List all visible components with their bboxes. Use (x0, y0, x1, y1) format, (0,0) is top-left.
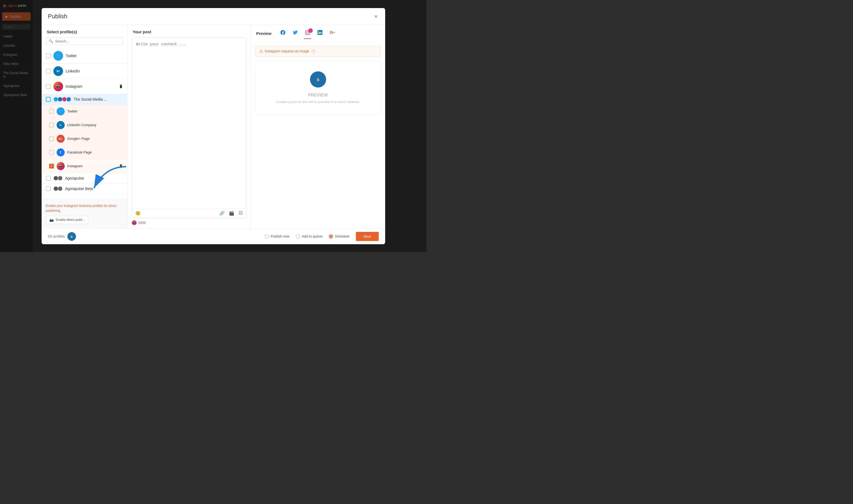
profiles-list: 🐦 Twitter in LinkedIn (42, 48, 127, 199)
profile-item-twitter-checkbox[interactable] (49, 109, 54, 114)
preview-network-tabs: 1 (279, 28, 336, 39)
image-icon[interactable]: 🖼 (239, 211, 243, 216)
preview-panel: Preview 1 (251, 25, 385, 228)
profile-group-twitter-avatar: 🐦 (53, 51, 63, 61)
svg-text:S: S (71, 235, 73, 238)
help-icon[interactable]: ? (311, 49, 316, 53)
profile-item-googleplus-checkbox[interactable] (49, 136, 54, 141)
on-profiles-label: On profiles (48, 234, 65, 238)
post-editor: 😊 🔗 🎬 🖼 (132, 37, 247, 218)
profile-group-twitter-name: Twitter (66, 54, 123, 58)
schedule-option[interactable]: Schedule (329, 234, 349, 238)
preview-header: Preview 1 (251, 25, 385, 41)
modal-body: Select profile(s) 🔍 🐦 Twitter (42, 25, 385, 228)
svg-text:S: S (317, 77, 319, 82)
profile-item-twitter-avatar: 🐦 (57, 107, 65, 115)
instagram-banner: Enable your Instagram business profiles … (42, 199, 127, 228)
profile-item-facebook-avatar: f (57, 148, 65, 157)
profile-item-linkedin-company-avatar: in (57, 121, 65, 129)
profile-group-agorapulse[interactable]: Agorapulse (42, 173, 127, 183)
profile-group-instagram-name: Instagram (66, 84, 116, 89)
profile-item-instagram-avatar: 📷 (57, 162, 65, 170)
modal-title: Publish (48, 13, 67, 20)
profile-group-linkedin-avatar: in (53, 66, 63, 76)
counter-value: 2000 (138, 221, 146, 224)
profile-item-facebook-checkbox[interactable] (49, 150, 54, 155)
preview-tab-linkedin[interactable] (316, 28, 323, 39)
profile-item-googleplus[interactable]: G+ Google+ Page (42, 132, 127, 146)
post-content-input[interactable] (132, 38, 246, 208)
profile-group-linkedin-checkbox[interactable] (46, 69, 51, 74)
video-icon[interactable]: 🎬 (229, 211, 234, 216)
footer-left: On profiles S (48, 232, 76, 241)
preview-placeholder-title: PREVIEW (308, 93, 328, 98)
next-button[interactable]: Next (356, 232, 379, 241)
profiles-search-box: 🔍 (46, 37, 123, 45)
post-panel: Your post 😊 🔗 🎬 🖼 📷 2000 (127, 25, 251, 228)
modal-close-button[interactable]: × (373, 12, 379, 21)
preview-card: S PREVIEW Create a post on the left to p… (255, 61, 381, 114)
warning-icon: ⚠ (259, 49, 263, 54)
profile-group-agorapulse-beta-checkbox[interactable] (46, 186, 51, 191)
profile-group-instagram-checkbox[interactable] (46, 84, 51, 89)
add-to-queue-radio[interactable] (296, 234, 300, 238)
post-heading: Your post (127, 25, 251, 37)
profile-group-social-media-avatars (53, 97, 71, 102)
instagram-icon-small: 📷 (49, 218, 54, 222)
publish-now-option[interactable]: Publish now (265, 234, 289, 238)
preview-tab-instagram[interactable]: 1 (304, 28, 311, 39)
publish-modal: Publish × Select profile(s) 🔍 (42, 8, 385, 244)
enable-direct-publish-button[interactable]: 📷 Enable direct publi... (46, 216, 89, 224)
modal-overlay: Publish × Select profile(s) 🔍 (0, 0, 426, 252)
profile-item-twitter[interactable]: 🐦 Twitter (42, 105, 127, 118)
profile-group-twitter-checkbox[interactable] (46, 53, 51, 58)
profile-group-instagram[interactable]: 📷 Instagram 📱 (42, 79, 127, 94)
profile-group-agorapulse-beta[interactable]: Agorapulse Beta (42, 183, 127, 194)
profile-group-instagram-avatar: 📷 (53, 82, 63, 91)
profile-group-twitter[interactable]: 🐦 Twitter (42, 48, 127, 64)
preview-heading: Preview (256, 31, 272, 36)
profiles-search-input[interactable] (55, 39, 120, 43)
profile-item-instagram-child-name: Instagram (67, 164, 116, 168)
instagram-mobile-badge: 📱 (119, 85, 123, 88)
profile-group-social-media: The Social Media ... 🐦 Twitter (42, 94, 127, 173)
profiles-panel: Select profile(s) 🔍 🐦 Twitter (42, 25, 127, 228)
profile-item-instagram-checkbox[interactable] (49, 164, 54, 168)
modal-header: Publish × (42, 8, 385, 25)
link-icon[interactable]: 🔗 (219, 211, 225, 216)
profile-group-linkedin[interactable]: in LinkedIn (42, 64, 127, 79)
profile-item-linkedin-company-name: LinkedIn Company (67, 123, 123, 127)
publish-now-radio[interactable] (265, 234, 269, 238)
profile-group-agorapulse-beta-name: Agorapulse Beta (65, 186, 123, 191)
preview-card-logo: S (310, 71, 326, 88)
profile-item-instagram-child[interactable]: 📷 Instagram 📱 (42, 159, 127, 173)
schedule-radio[interactable] (329, 234, 333, 238)
instagram-warning-text: Instagram requires an image (265, 49, 309, 53)
profile-group-agorapulse-checkbox[interactable] (46, 176, 51, 181)
profile-item-googleplus-avatar: G+ (57, 135, 65, 143)
profiles-search-icon: 🔍 (49, 39, 53, 43)
instagram-counter-icon: 📷 (132, 220, 137, 225)
preview-tab-facebook[interactable] (279, 28, 286, 39)
profiles-heading: Select profile(s) (42, 25, 127, 37)
profile-group-social-media-checkbox[interactable] (46, 97, 51, 102)
instagram-tab-badge: 1 (308, 29, 313, 33)
profile-item-twitter-name: Twitter (67, 109, 123, 113)
profile-group-linkedin-name: LinkedIn (66, 69, 123, 73)
add-to-queue-option[interactable]: Add to queue (296, 234, 322, 238)
profile-item-facebook-name: Facebook Page (67, 150, 123, 154)
profile-group-social-media-header[interactable]: The Social Media ... (42, 94, 127, 105)
emoji-icon[interactable]: 😊 (135, 211, 141, 216)
instagram-banner-text: Enable your Instagram business profiles … (46, 203, 123, 213)
profile-item-googleplus-name: Google+ Page (67, 137, 123, 141)
preview-tab-twitter[interactable] (292, 28, 299, 39)
profile-item-linkedin-company[interactable]: in LinkedIn Company (42, 118, 127, 132)
instagram-warning-banner: ⚠ Instagram requires an image ? (255, 46, 381, 57)
profile-group-agorapulse-avatars (53, 176, 62, 181)
profile-item-linkedin-company-checkbox[interactable] (49, 123, 54, 127)
preview-tab-googleplus[interactable] (329, 28, 336, 39)
profile-item-facebook[interactable]: f Facebook Page (42, 146, 127, 159)
instagram-child-mobile-badge: 📱 (119, 164, 123, 168)
profile-group-agorapulse-beta-avatars (53, 186, 62, 191)
footer-profile-avatar: S (67, 232, 76, 241)
